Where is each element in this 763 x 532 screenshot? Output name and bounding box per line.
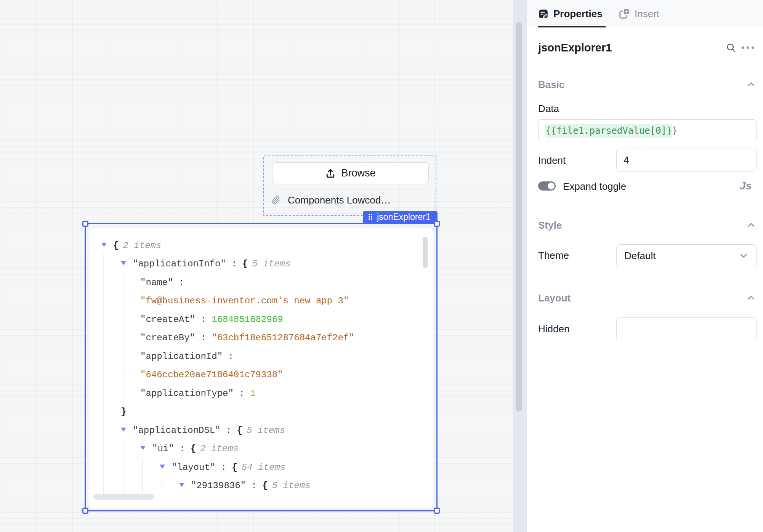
data-expression-input[interactable]: {{file1.parsedValue[0]}} <box>538 119 757 142</box>
json-colon: : <box>220 425 237 436</box>
data-field-label: Data <box>538 103 559 115</box>
search-icon <box>726 42 736 53</box>
resize-handle-bottom-left[interactable] <box>82 508 88 514</box>
expand-triangle-icon[interactable] <box>140 446 146 450</box>
expand-triangle-icon[interactable] <box>121 261 126 265</box>
properties-panel: Properties Insert jsonExplorer1 <box>526 0 763 532</box>
resize-handle-top-right[interactable] <box>434 221 440 227</box>
canvas-scrollbar-track[interactable] <box>513 0 526 532</box>
hidden-input[interactable] <box>616 317 757 340</box>
tab-properties[interactable]: Properties <box>538 0 603 27</box>
ellipsis-icon <box>740 45 755 50</box>
json-row: "fw@business-inventor.com's new app 3" <box>89 292 433 311</box>
json-colon: : <box>195 333 212 343</box>
upload-icon <box>325 168 336 179</box>
json-row: "applicationType" : 1 <box>89 384 433 403</box>
browse-button[interactable]: Browse <box>272 162 429 184</box>
json-value: "63cbf18e651287684a7ef2ef" <box>212 333 354 343</box>
tab-properties-label: Properties <box>553 8 603 20</box>
json-colon: : <box>215 462 232 473</box>
section-basic-label: Basic <box>538 79 746 91</box>
json-brace: { <box>191 444 196 454</box>
theme-select-value: Default <box>624 250 739 262</box>
indent-input[interactable] <box>616 149 757 171</box>
json-vertical-scrollbar[interactable] <box>423 237 428 268</box>
expand-triangle-icon[interactable] <box>101 243 107 247</box>
expand-triangle-icon[interactable] <box>160 465 165 469</box>
json-colon: : <box>174 444 191 454</box>
js-code-icon[interactable]: Js <box>740 180 752 192</box>
json-colon: : <box>234 388 250 399</box>
properties-icon <box>538 9 548 19</box>
insert-icon <box>619 8 630 19</box>
canvas-scrollbar-thumb[interactable] <box>516 22 522 412</box>
resize-handle-top-left[interactable] <box>82 221 88 227</box>
section-layout-header[interactable]: Layout <box>538 291 756 305</box>
uploaded-file-item[interactable]: Components Lowcod… <box>271 194 391 206</box>
json-row: "applicationDSL" : {5 items <box>89 421 433 440</box>
data-expression-tail: } <box>672 125 677 136</box>
json-key: "applicationInfo" <box>133 259 226 269</box>
indent-field-label: Indent <box>538 155 566 167</box>
json-colon: : <box>223 351 234 362</box>
json-items-count: 5 items <box>252 259 290 269</box>
chevron-up-icon[interactable] <box>746 80 756 90</box>
json-row: "createAt" : 1684851682969 <box>89 310 433 329</box>
editor-canvas[interactable]: Browse Components Lowcod… jsonExplorer1 <box>0 0 513 532</box>
data-expression-highlight: {{file1.parsedValue[0]} <box>545 124 672 138</box>
json-key: "ui" <box>152 444 174 454</box>
more-menu-button[interactable] <box>739 39 756 56</box>
json-colon: : <box>226 259 242 269</box>
file-upload-component[interactable]: Browse Components Lowcod… <box>263 155 436 216</box>
json-brace: { <box>262 481 268 491</box>
drag-handle-icon[interactable] <box>367 212 373 221</box>
section-layout-label: Layout <box>538 292 746 304</box>
json-items-count: 2 items <box>200 444 239 454</box>
expand-triangle-icon[interactable] <box>179 483 184 487</box>
expand-toggle-switch[interactable] <box>538 181 556 191</box>
component-title: jsonExplorer1 <box>538 42 723 54</box>
json-key: "name" <box>140 277 173 288</box>
json-colon: : <box>173 277 184 288</box>
json-row: "applicationId" : <box>89 347 433 366</box>
json-value: "646ccbe20ae7186401c79338" <box>140 370 283 380</box>
section-basic-header[interactable]: Basic <box>538 78 756 91</box>
tab-insert[interactable]: Insert <box>619 0 659 27</box>
expand-toggle-label: Expand toggle <box>563 181 626 192</box>
section-style-header[interactable]: Style <box>538 218 756 232</box>
json-row: "createBy" : "63cbf18e651287684a7ef2ef" <box>89 329 433 348</box>
json-key: "applicationDSL" <box>133 425 220 436</box>
chevron-up-icon[interactable] <box>746 220 756 230</box>
json-key: "applicationType" <box>140 388 234 399</box>
json-brace: { <box>237 425 242 436</box>
json-horizontal-scrollbar[interactable] <box>93 494 154 500</box>
json-key: "layout" <box>172 462 215 473</box>
component-name-tag-label: jsonExplorer1 <box>377 212 431 222</box>
component-name-tag[interactable]: jsonExplorer1 <box>363 211 438 223</box>
section-style-label: Style <box>538 220 746 231</box>
expand-triangle-icon[interactable] <box>121 428 126 432</box>
resize-handle-bottom-right[interactable] <box>434 508 440 514</box>
json-row: "29139836" : {5 items <box>89 477 433 495</box>
json-row: "layout" : {54 items <box>89 458 433 477</box>
uploaded-file-name: Components Lowcod… <box>288 194 391 206</box>
tab-insert-label: Insert <box>635 8 659 20</box>
json-brace: } <box>121 407 126 417</box>
json-explorer-card: {2 items"applicationInfo" : {5 items"nam… <box>89 227 433 508</box>
browse-button-label: Browse <box>341 167 375 179</box>
hidden-field-label: Hidden <box>538 323 569 335</box>
divider <box>527 65 763 65</box>
json-brace: { <box>242 259 248 269</box>
theme-select[interactable]: Default <box>616 244 757 267</box>
json-tree: {2 items"applicationInfo" : {5 items"nam… <box>89 236 433 495</box>
json-key: "createBy" <box>140 333 195 343</box>
json-key: "29139836" <box>191 481 246 491</box>
search-button[interactable] <box>723 39 739 56</box>
paperclip-icon <box>271 195 281 205</box>
json-explorer-component[interactable]: {2 items"applicationInfo" : {5 items"nam… <box>85 223 438 511</box>
theme-field-label: Theme <box>538 250 569 261</box>
chevron-up-icon[interactable] <box>746 293 756 303</box>
json-value: 1 <box>250 388 255 399</box>
json-row: } <box>89 403 433 421</box>
json-key: "applicationId" <box>140 351 223 362</box>
